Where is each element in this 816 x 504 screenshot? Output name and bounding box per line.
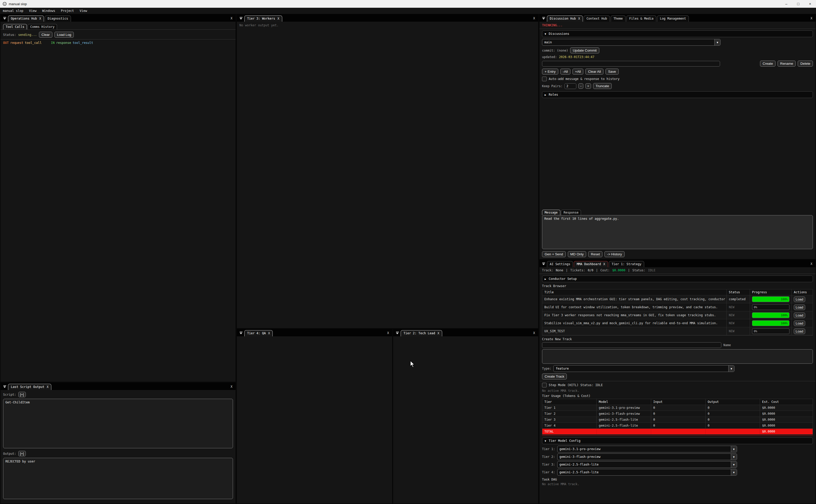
- dock-close-icon[interactable]: X: [533, 17, 535, 20]
- message-textarea[interactable]: Read the first 10 lines of aggregate.py.: [542, 215, 813, 249]
- clear-button[interactable]: Clear: [39, 32, 52, 38]
- conductor-setup-collapsible-header[interactable]: ▶ Conductor Setup: [542, 275, 813, 282]
- tab-response[interactable]: Response: [561, 210, 581, 215]
- delete-button[interactable]: Delete: [798, 61, 813, 67]
- dock-menu-icon[interactable]: [395, 331, 400, 335]
- menu-item-windows[interactable]: Windows: [39, 8, 58, 14]
- gen-send-button[interactable]: Gen + Send: [542, 251, 566, 257]
- script-textarea[interactable]: Get-ChildItem: [3, 399, 233, 448]
- tier3-model-select[interactable]: gemini-2.5-flash-lite ▼: [557, 461, 737, 468]
- dock-close-icon[interactable]: X: [811, 17, 812, 20]
- dock-close-icon[interactable]: X: [533, 331, 535, 335]
- discussion-select[interactable]: main ▼: [542, 39, 721, 46]
- load-button[interactable]: Load: [794, 329, 805, 334]
- auto-add-checkbox[interactable]: [542, 77, 547, 81]
- load-button[interactable]: Load: [794, 321, 805, 326]
- update-commit-button[interactable]: Update Commit: [570, 47, 599, 53]
- tier1-model-select[interactable]: gemini-3.1-pro-preview ▼: [557, 446, 737, 452]
- dock-menu-icon[interactable]: [238, 16, 244, 21]
- tab-diagnostics[interactable]: Diagnostics: [45, 15, 71, 22]
- add-entry-button[interactable]: + Entry: [542, 69, 558, 75]
- maximize-icon[interactable]: □: [792, 0, 804, 8]
- dock-close-icon[interactable]: X: [231, 385, 232, 388]
- dock-close-icon[interactable]: X: [811, 262, 812, 266]
- tab-mma-dashboard[interactable]: MMA Dashboard X: [574, 261, 608, 267]
- keep-pairs-input[interactable]: [564, 83, 576, 89]
- dock-close-icon[interactable]: X: [231, 17, 232, 20]
- tab-message[interactable]: Message: [542, 210, 560, 215]
- dock-menu-icon[interactable]: [541, 16, 546, 21]
- roles-collapsible-header[interactable]: ▶ Roles: [542, 91, 813, 98]
- track-type-select[interactable]: feature ▼: [553, 365, 734, 372]
- track-row[interactable]: Build UI for context window utilization,…: [542, 303, 813, 311]
- tab-comms-history[interactable]: Comms History: [28, 24, 57, 29]
- tab-close-icon[interactable]: X: [438, 331, 439, 335]
- dock-menu-icon[interactable]: [238, 331, 244, 335]
- tier4-model-select[interactable]: gemini-2.5-flash-lite ▼: [557, 469, 737, 476]
- menu-item-view-2[interactable]: View: [77, 8, 90, 14]
- keep-pairs-increment-button[interactable]: +: [585, 83, 591, 89]
- load-button[interactable]: Load: [794, 297, 805, 302]
- save-button[interactable]: Save: [605, 69, 618, 75]
- tab-close-icon[interactable]: X: [268, 331, 270, 335]
- script-expand-button[interactable]: [+]: [18, 392, 26, 397]
- tab-tier2-tech-lead[interactable]: Tier 2: Tech Lead X: [401, 330, 442, 336]
- tab-ai-settings[interactable]: AI Settings: [547, 261, 573, 267]
- track-row[interactable]: UX_SIM_TEST NEW 0% Load: [542, 327, 813, 335]
- tab-tier4-qa[interactable]: Tier 4: QA X: [244, 330, 273, 336]
- menu-item-view[interactable]: View: [26, 8, 39, 14]
- md-only-button[interactable]: MD Only: [568, 251, 586, 257]
- discussions-collapsible-header[interactable]: ▼ Discussions: [542, 30, 813, 37]
- load-button[interactable]: Load: [794, 313, 805, 318]
- menu-item-project[interactable]: Project: [58, 8, 77, 14]
- track-row[interactable]: Fix Tier 3 worker responses not reaching…: [542, 311, 813, 319]
- truncate-button[interactable]: Truncate: [593, 83, 612, 89]
- dock-menu-icon[interactable]: [2, 384, 7, 389]
- tab-log-management[interactable]: Log Management: [657, 15, 689, 22]
- tab-close-icon[interactable]: X: [39, 17, 41, 20]
- tab-tier3-workers[interactable]: Tier 3: Workers X: [244, 15, 282, 22]
- updated-timestamp: 2026-03-01T23:44:47: [559, 55, 594, 59]
- tab-tool-calls[interactable]: Tool Calls: [3, 24, 27, 29]
- tab-discussion-hub[interactable]: Discussion Hub X: [547, 15, 583, 22]
- dock-menu-icon[interactable]: [2, 16, 7, 21]
- minimize-icon[interactable]: –: [780, 0, 792, 8]
- tier-model-config-collapsible-header[interactable]: ▼ Tier Model Config: [542, 437, 813, 444]
- tab-theme[interactable]: Theme: [611, 15, 626, 22]
- tab-tier1-strategy[interactable]: Tier 1: Strategy: [609, 261, 644, 267]
- tab-close-icon[interactable]: X: [277, 17, 279, 20]
- track-browser-table: Title Status Progress Actions Enhance ex…: [542, 289, 813, 336]
- reset-button[interactable]: Reset: [588, 251, 602, 257]
- to-history-button[interactable]: -> History: [604, 251, 624, 257]
- rename-button[interactable]: Rename: [778, 61, 796, 67]
- keep-pairs-decrement-button[interactable]: -: [578, 83, 583, 89]
- tab-last-script-output[interactable]: Last Script Output X: [8, 384, 51, 390]
- tab-context-hub[interactable]: Context Hub: [584, 15, 610, 22]
- create-button[interactable]: Create: [760, 61, 775, 67]
- collapse-all-button[interactable]: -All: [560, 69, 570, 75]
- tier2-model-select[interactable]: gemini-3-flash-preview ▼: [557, 453, 737, 460]
- output-expand-button[interactable]: [+]: [18, 451, 26, 456]
- menu-item-manual-slop[interactable]: manual slop: [0, 8, 26, 14]
- clear-all-button[interactable]: Clear All: [585, 69, 603, 75]
- tab-close-icon[interactable]: X: [603, 262, 605, 266]
- create-track-button[interactable]: Create Track: [542, 373, 567, 379]
- load-log-button[interactable]: Load Log: [54, 32, 74, 38]
- dock-close-icon[interactable]: X: [387, 331, 389, 335]
- close-icon[interactable]: ×: [804, 0, 816, 8]
- tab-operations-hub[interactable]: Operations Hub X: [8, 15, 44, 22]
- track-name-input[interactable]: [542, 342, 721, 348]
- dock-menu-icon[interactable]: [541, 262, 546, 266]
- step-mode-checkbox[interactable]: [542, 383, 547, 387]
- tab-close-icon[interactable]: X: [578, 17, 580, 20]
- track-row[interactable]: Stabilize visual_sim_mma_v2.py and mock_…: [542, 319, 813, 327]
- track-row[interactable]: Enhance existing MMA orchestration GUI: …: [542, 295, 813, 303]
- output-textarea[interactable]: REJECTED by user: [3, 458, 233, 499]
- expand-all-button[interactable]: +All: [572, 69, 584, 75]
- track-description-textarea[interactable]: [542, 349, 813, 364]
- tool-call-log-row[interactable]: OUT request tool_call IN response tool_r…: [3, 41, 233, 45]
- tab-files-media[interactable]: Files & Media: [626, 15, 656, 22]
- discussion-name-input[interactable]: [542, 61, 720, 67]
- load-button[interactable]: Load: [794, 305, 805, 310]
- tab-close-icon[interactable]: X: [47, 385, 49, 389]
